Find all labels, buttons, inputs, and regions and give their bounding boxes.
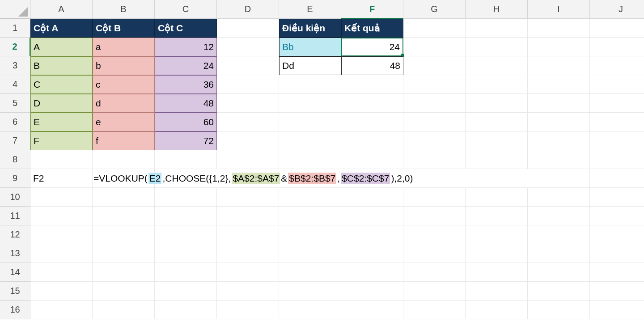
- cell-E14[interactable]: [279, 263, 341, 282]
- cell-I7[interactable]: [528, 131, 590, 150]
- cell-F4[interactable]: [341, 75, 403, 94]
- select-all-triangle[interactable]: [0, 0, 30, 19]
- cell-J1[interactable]: [590, 19, 644, 38]
- row-header-14[interactable]: 14: [0, 263, 30, 282]
- cell-F15[interactable]: [341, 282, 403, 301]
- column-header-J[interactable]: J: [590, 0, 644, 19]
- cell-H4[interactable]: [466, 75, 528, 94]
- row-header-15[interactable]: 15: [0, 282, 30, 301]
- row-header-5[interactable]: 5: [0, 94, 30, 113]
- column-header-I[interactable]: I: [528, 0, 590, 19]
- cell-G16[interactable]: [403, 301, 466, 319]
- cell-J11[interactable]: [590, 207, 644, 225]
- cell-H6[interactable]: [466, 113, 528, 131]
- row-header-4[interactable]: 4: [0, 75, 30, 94]
- cell-G2[interactable]: [403, 38, 466, 56]
- cell-F6[interactable]: [341, 113, 403, 131]
- cell-E4[interactable]: [279, 75, 341, 94]
- cell-J8[interactable]: [590, 150, 644, 169]
- cell-E11[interactable]: [279, 207, 341, 225]
- cell-D4[interactable]: [217, 75, 279, 94]
- cell-G10[interactable]: [403, 188, 466, 207]
- cell-J12[interactable]: [590, 225, 644, 244]
- cell-J15[interactable]: [590, 282, 644, 301]
- cell-F13[interactable]: [341, 244, 403, 263]
- cell-H3[interactable]: [466, 56, 528, 75]
- spreadsheet-grid[interactable]: ABCDEFGHIJ1Cột ACột BCột CĐiều kiệnKết q…: [0, 0, 644, 319]
- cell-C8[interactable]: [155, 150, 217, 169]
- column-header-B[interactable]: B: [93, 0, 155, 19]
- cell-A10[interactable]: [30, 188, 93, 207]
- cell-H14[interactable]: [466, 263, 528, 282]
- cell-J2[interactable]: [590, 38, 644, 56]
- cell-D14[interactable]: [217, 263, 279, 282]
- cell-I12[interactable]: [528, 225, 590, 244]
- cell-A8[interactable]: [30, 150, 93, 169]
- cell-C11[interactable]: [155, 207, 217, 225]
- column-header-C[interactable]: C: [155, 0, 217, 19]
- cell-B15[interactable]: [93, 282, 155, 301]
- cell-D2[interactable]: [217, 38, 279, 56]
- row-header-1[interactable]: 1: [0, 19, 30, 38]
- cell-J5[interactable]: [590, 94, 644, 113]
- cell-J14[interactable]: [590, 263, 644, 282]
- row-header-12[interactable]: 12: [0, 225, 30, 244]
- cell-G12[interactable]: [403, 225, 466, 244]
- cell-I5[interactable]: [528, 94, 590, 113]
- cell-D10[interactable]: [217, 188, 279, 207]
- cell-I4[interactable]: [528, 75, 590, 94]
- column-header-F[interactable]: F: [341, 0, 403, 19]
- cell-B14[interactable]: [93, 263, 155, 282]
- row-header-16[interactable]: 16: [0, 301, 30, 319]
- cell-H10[interactable]: [466, 188, 528, 207]
- cell-B11[interactable]: [93, 207, 155, 225]
- column-header-E[interactable]: E: [279, 0, 341, 19]
- cell-A12[interactable]: [30, 225, 93, 244]
- cell-J16[interactable]: [590, 301, 644, 319]
- cell-F16[interactable]: [341, 301, 403, 319]
- cell-H8[interactable]: [466, 150, 528, 169]
- row-header-13[interactable]: 13: [0, 244, 30, 263]
- cell-E10[interactable]: [279, 188, 341, 207]
- cell-B16[interactable]: [93, 301, 155, 319]
- cell-A13[interactable]: [30, 244, 93, 263]
- cell-E5[interactable]: [279, 94, 341, 113]
- cell-J9[interactable]: [590, 169, 644, 188]
- cell-I16[interactable]: [528, 301, 590, 319]
- cell-G8[interactable]: [403, 150, 466, 169]
- cell-G15[interactable]: [403, 282, 466, 301]
- cell-H16[interactable]: [466, 301, 528, 319]
- cell-B12[interactable]: [93, 225, 155, 244]
- cell-G11[interactable]: [403, 207, 466, 225]
- cell-C10[interactable]: [155, 188, 217, 207]
- cell-H12[interactable]: [466, 225, 528, 244]
- cell-D12[interactable]: [217, 225, 279, 244]
- row-header-6[interactable]: 6: [0, 113, 30, 131]
- cell-I2[interactable]: [528, 38, 590, 56]
- cell-I6[interactable]: [528, 113, 590, 131]
- cell-E6[interactable]: [279, 113, 341, 131]
- cell-H13[interactable]: [466, 244, 528, 263]
- cell-D1[interactable]: [217, 19, 279, 38]
- row-header-2[interactable]: 2: [0, 38, 30, 56]
- cell-I8[interactable]: [528, 150, 590, 169]
- cell-C13[interactable]: [155, 244, 217, 263]
- cell-D15[interactable]: [217, 282, 279, 301]
- cell-H5[interactable]: [466, 94, 528, 113]
- cell-D3[interactable]: [217, 56, 279, 75]
- cell-D7[interactable]: [217, 131, 279, 150]
- row-header-7[interactable]: 7: [0, 131, 30, 150]
- cell-A15[interactable]: [30, 282, 93, 301]
- cell-J13[interactable]: [590, 244, 644, 263]
- cell-I14[interactable]: [528, 263, 590, 282]
- cell-D6[interactable]: [217, 113, 279, 131]
- column-header-D[interactable]: D: [217, 0, 279, 19]
- cell-G4[interactable]: [403, 75, 466, 94]
- cell-B8[interactable]: [93, 150, 155, 169]
- cell-I9[interactable]: [528, 169, 590, 188]
- cell-D5[interactable]: [217, 94, 279, 113]
- cell-F11[interactable]: [341, 207, 403, 225]
- cell-F10[interactable]: [341, 188, 403, 207]
- cell-D11[interactable]: [217, 207, 279, 225]
- cell-F7[interactable]: [341, 131, 403, 150]
